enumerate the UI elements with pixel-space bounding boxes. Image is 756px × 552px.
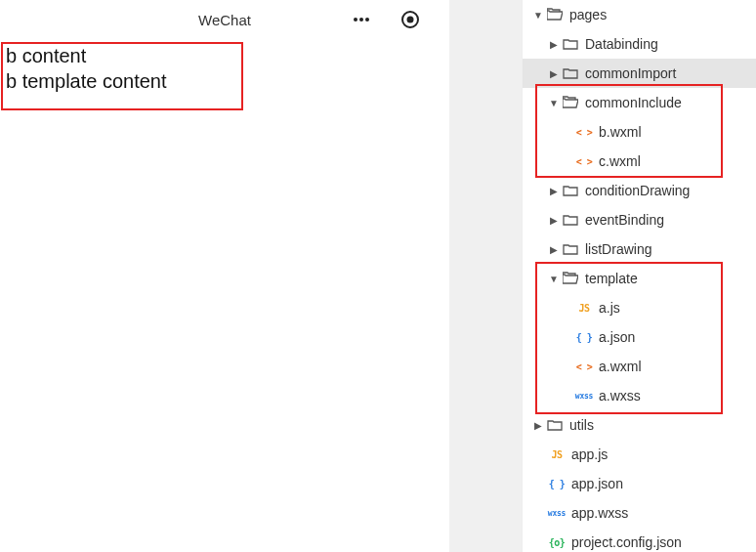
file-label: app.js	[571, 446, 608, 462]
folder-icon	[562, 184, 579, 197]
tree-file-app-js[interactable]: JS app.js	[523, 440, 756, 469]
chevron-down-icon: ▼	[532, 10, 544, 21]
tree-folder-utils[interactable]: ▶ utils	[523, 410, 756, 440]
chevron-down-icon: ▼	[548, 98, 560, 108]
tree-file-a-json[interactable]: { } a.json	[523, 322, 756, 352]
file-label: b.wxml	[599, 124, 642, 140]
wxss-file-icon: wxss	[548, 509, 566, 518]
tree-folder-commonimport[interactable]: ▶ commonImport	[523, 59, 756, 88]
js-file-icon: JS	[548, 449, 566, 460]
tree-file-a-wxml[interactable]: < > a.wxml	[523, 352, 756, 381]
folder-label: commonInclude	[585, 95, 682, 110]
folder-label: eventBinding	[585, 212, 664, 228]
folder-icon	[562, 213, 579, 227]
simulator-titlebar: WeChat	[0, 0, 449, 39]
wxml-file-icon: < >	[575, 127, 593, 138]
chevron-right-icon: ▶	[548, 244, 560, 255]
folder-label: conditionDrawing	[585, 183, 690, 198]
tree-folder-listdrawing[interactable]: ▶ listDrawing	[523, 234, 756, 264]
folder-open-icon	[562, 272, 579, 285]
tree-file-c-wxml[interactable]: < > c.wxml	[523, 147, 756, 176]
tree-file-app-wxss[interactable]: wxss app.wxss	[523, 498, 756, 528]
file-label: app.json	[571, 476, 623, 491]
chevron-right-icon: ▶	[548, 39, 560, 50]
file-label: a.wxss	[599, 388, 641, 403]
tree-file-a-js[interactable]: JS a.js	[523, 293, 756, 322]
folder-label: pages	[569, 7, 607, 22]
file-label: a.js	[599, 300, 620, 316]
folder-icon	[562, 66, 579, 80]
file-label: app.wxss	[571, 505, 628, 521]
file-label: a.wxml	[599, 359, 642, 374]
folder-label: listDrawing	[585, 241, 651, 257]
chevron-right-icon: ▶	[548, 186, 560, 196]
js-file-icon: JS	[575, 303, 593, 314]
folder-label: template	[585, 271, 638, 286]
chevron-right-icon: ▶	[532, 420, 544, 431]
folder-open-icon	[562, 96, 579, 109]
folder-icon	[562, 242, 579, 256]
svg-point-2	[365, 18, 369, 21]
file-label: c.wxml	[599, 153, 641, 169]
tree-folder-commoninclude[interactable]: ▼ commonInclude	[523, 88, 756, 117]
tree-folder-template[interactable]: ▼ template	[523, 264, 756, 293]
gutter	[449, 0, 522, 552]
svg-point-0	[354, 18, 357, 21]
tree-file-project-config[interactable]: {o} project.config.json	[523, 528, 756, 552]
tree-file-app-json[interactable]: { } app.json	[523, 469, 756, 498]
content-line: b content	[6, 43, 443, 68]
tree-folder-eventbinding[interactable]: ▶ eventBinding	[523, 205, 756, 234]
svg-point-4	[407, 17, 414, 23]
folder-label: Databinding	[585, 36, 658, 52]
simulator-panel: WeChat b content b template content	[0, 0, 449, 552]
folder-icon	[562, 37, 579, 51]
tree-file-a-wxss[interactable]: wxss a.wxss	[523, 381, 756, 410]
folder-icon	[546, 418, 564, 432]
folder-label: commonImport	[585, 65, 676, 81]
wxss-file-icon: wxss	[575, 392, 593, 401]
tree-file-b-wxml[interactable]: < > b.wxml	[523, 117, 756, 147]
chevron-right-icon: ▶	[548, 68, 560, 79]
content-line: b template content	[6, 68, 443, 94]
tree-folder-databinding[interactable]: ▶ Databinding	[523, 29, 756, 59]
json-file-icon: { }	[548, 479, 566, 489]
more-icon[interactable]	[352, 10, 371, 29]
tree-folder-pages[interactable]: ▼ pages	[523, 0, 756, 29]
config-file-icon: {o}	[548, 537, 566, 548]
svg-point-1	[359, 18, 363, 21]
chevron-right-icon: ▶	[548, 215, 560, 226]
wxml-file-icon: < >	[575, 156, 593, 167]
simulator-content: b content b template content	[0, 39, 449, 98]
simulator-title: WeChat	[198, 12, 251, 28]
folder-open-icon	[546, 8, 564, 21]
json-file-icon: { }	[575, 332, 593, 343]
file-label: project.config.json	[571, 534, 682, 550]
file-label: a.json	[599, 329, 635, 345]
chevron-down-icon: ▼	[548, 274, 560, 284]
file-tree-panel: ▼ pages ▶ Databinding ▶ commonImport ▼	[522, 0, 756, 552]
folder-label: utils	[569, 417, 594, 433]
file-tree: ▼ pages ▶ Databinding ▶ commonImport ▼	[523, 0, 756, 552]
target-icon[interactable]	[400, 10, 420, 29]
wxml-file-icon: < >	[575, 361, 593, 372]
tree-folder-conditiondrawing[interactable]: ▶ conditionDrawing	[523, 176, 756, 205]
